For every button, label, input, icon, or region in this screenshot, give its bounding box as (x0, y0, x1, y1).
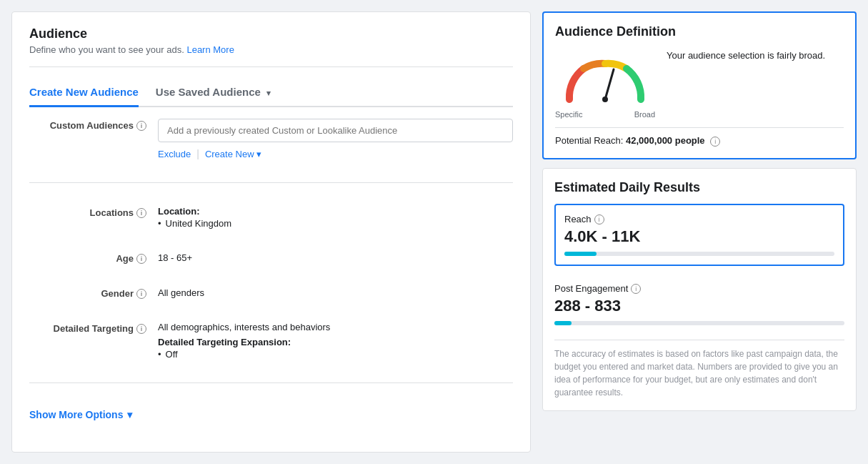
detailed-targeting-label: Detailed Targeting i (29, 322, 158, 334)
use-saved-arrow: ▾ (266, 89, 271, 97)
custom-audiences-info-icon[interactable]: i (136, 121, 146, 131)
exclude-link[interactable]: Exclude (158, 149, 191, 159)
reach-info-icon[interactable]: i (594, 214, 604, 224)
location-value: United Kingdom (158, 218, 513, 229)
location-heading: Location: (158, 206, 513, 217)
age-content: 18 - 65+ (158, 252, 513, 263)
locations-row: Locations i Location: United Kingdom (29, 194, 513, 240)
detailed-targeting-row: Detailed Targeting i All demographics, i… (29, 310, 513, 371)
potential-reach-info-icon[interactable]: i (710, 137, 720, 147)
potential-reach-value: 42,000,000 people (626, 135, 705, 146)
age-row: Age i 18 - 65+ (29, 240, 513, 275)
locations-info-icon[interactable]: i (136, 208, 146, 218)
gauge-section: Specific Broad Your audience selection i… (555, 49, 844, 119)
reach-box: Reach i 4.0K - 11K (554, 204, 844, 266)
create-new-arrow: ▾ (256, 149, 261, 159)
locations-content: Location: United Kingdom (158, 206, 513, 229)
broad-label: Broad (634, 110, 655, 119)
estimated-daily-card: Estimated Daily Results Reach i 4.0K - 1… (542, 168, 857, 411)
bottom-divider (29, 382, 513, 383)
tab-create-new[interactable]: Create New Audience (29, 79, 139, 107)
svg-line-0 (605, 69, 614, 99)
reach-progress-fill (564, 252, 597, 256)
audience-subtitle: Define who you want to see your ads. Lea… (29, 44, 513, 55)
audience-actions: Exclude | Create New ▾ (158, 148, 513, 159)
gender-content: All genders (158, 287, 513, 298)
accuracy-note: The accuracy of estimates is based on fa… (554, 340, 844, 399)
potential-reach-label: Potential Reach: (555, 135, 623, 146)
post-engagement-progress-fill (554, 321, 572, 325)
targeting-value: All demographics, interests and behavior… (158, 322, 513, 332)
gender-row: Gender i All genders (29, 275, 513, 310)
audience-definition-card: Audience Definition (542, 11, 857, 159)
svg-point-1 (602, 97, 608, 102)
audience-panel: Audience Define who you want to see your… (11, 11, 531, 453)
gauge-labels: Specific Broad (555, 110, 655, 119)
gauge-description: Your audience selection is fairly broad. (667, 49, 825, 62)
age-label: Age i (29, 252, 158, 264)
post-engagement-box: Post Engagement i 288 - 833 (554, 275, 844, 331)
detailed-targeting-info-icon[interactable]: i (136, 324, 146, 334)
potential-reach: Potential Reach: 42,000,000 people i (555, 127, 844, 147)
targeting-expansion-label: Detailed Targeting Expansion: (158, 337, 513, 347)
custom-audiences-row: Custom Audiences i Exclude | Create New … (29, 107, 513, 171)
gauge-chart (555, 49, 655, 107)
audience-definition-title: Audience Definition (555, 24, 844, 39)
show-more-arrow: ▾ (127, 409, 132, 420)
mid-divider1 (29, 182, 513, 183)
audience-title: Audience (29, 26, 513, 41)
audience-tabs: Create New Audience Use Saved Audience ▾ (29, 79, 513, 107)
reach-value: 4.0K - 11K (564, 227, 834, 246)
custom-audiences-content: Exclude | Create New ▾ (158, 119, 513, 159)
gauge-container: Specific Broad (555, 49, 655, 119)
estimated-daily-title: Estimated Daily Results (554, 180, 844, 195)
custom-audience-input[interactable] (158, 119, 513, 142)
reach-progress-bg (564, 252, 834, 256)
post-engagement-label: Post Engagement i (554, 283, 844, 294)
custom-audiences-label: Custom Audiences i (29, 119, 158, 131)
age-value: 18 - 65+ (158, 252, 192, 263)
create-new-link[interactable]: Create New ▾ (205, 149, 261, 159)
actions-separator: | (196, 148, 199, 159)
post-engagement-info-icon[interactable]: i (631, 284, 641, 294)
show-more-button[interactable]: Show More Options ▾ (29, 395, 132, 435)
post-engagement-value: 288 - 833 (554, 297, 844, 315)
gender-label: Gender i (29, 287, 158, 299)
post-engagement-progress-bg (554, 321, 844, 325)
learn-more-link[interactable]: Learn More (186, 44, 234, 55)
gender-info-icon[interactable]: i (136, 289, 146, 299)
right-panel: Audience Definition (542, 11, 857, 453)
specific-label: Specific (555, 110, 583, 119)
top-divider (29, 66, 513, 67)
tab-use-saved[interactable]: Use Saved Audience ▾ (156, 79, 271, 107)
gender-value: All genders (158, 287, 204, 298)
locations-label: Locations i (29, 206, 158, 218)
targeting-expansion-value: Off (158, 349, 513, 360)
age-info-icon[interactable]: i (136, 254, 146, 264)
reach-label: Reach i (564, 214, 834, 224)
detailed-targeting-content: All demographics, interests and behavior… (158, 322, 513, 360)
